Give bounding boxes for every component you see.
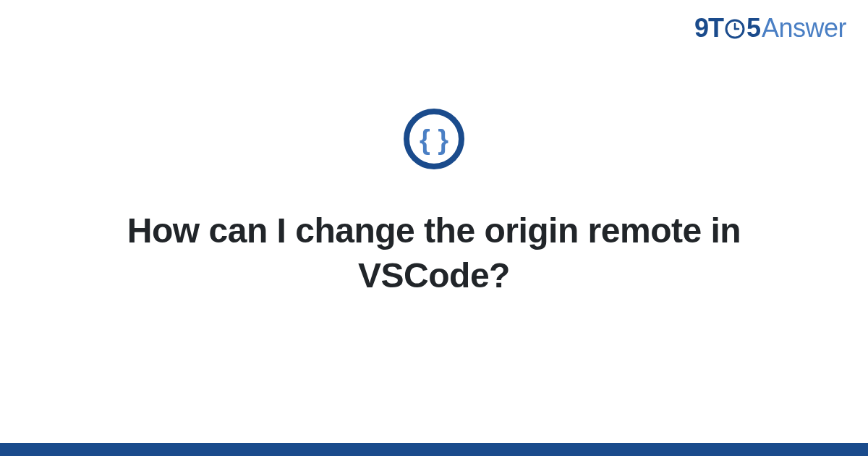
- site-logo[interactable]: 9T 5 Answer: [694, 13, 846, 43]
- clock-icon: [725, 19, 745, 39]
- svg-text:{ }: { }: [420, 124, 448, 155]
- logo-text-5: 5: [746, 13, 760, 43]
- logo-text-9t: 9T: [694, 13, 723, 43]
- question-title: How can I change the origin remote in VS…: [109, 208, 760, 299]
- main-content: { } How can I change the origin remote i…: [0, 0, 868, 456]
- footer-accent-bar: [0, 443, 868, 456]
- logo-text-answer: Answer: [762, 13, 846, 43]
- code-braces-icon: { }: [402, 107, 466, 171]
